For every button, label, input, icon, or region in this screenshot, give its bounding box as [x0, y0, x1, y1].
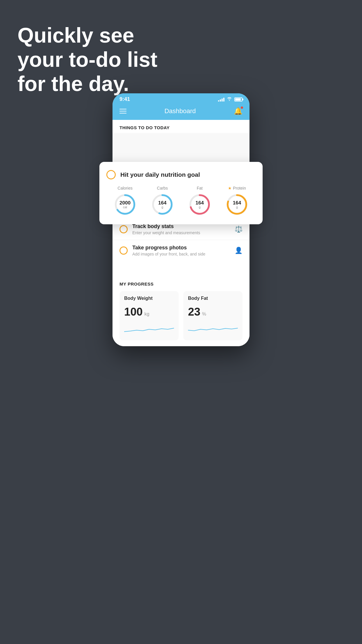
carbs-unit: g [158, 205, 166, 209]
things-to-do-header: THINGS TO DO TODAY [113, 120, 249, 133]
phone-content: THINGS TO DO TODAY Running Track your st… [113, 120, 249, 346]
progress-header: MY PROGRESS [120, 281, 242, 286]
protein-unit: g [233, 205, 241, 209]
task-item-photos[interactable]: Take progress photos Add images of your … [113, 240, 249, 261]
protein-label: ★ Protein [228, 186, 246, 190]
spacing [113, 261, 249, 276]
notification-dot [241, 106, 243, 109]
task-subtitle-body-stats: Enter your weight and measurements [132, 230, 230, 235]
battery-icon [234, 97, 242, 102]
body-weight-number: 100 [124, 306, 143, 318]
body-weight-title: Body Weight [124, 296, 174, 301]
task-text-body-stats: Track body stats Enter your weight and m… [132, 223, 230, 235]
nutrition-card: Hit your daily nutrition goal Calories 2… [99, 162, 263, 224]
fat-stat: Fat 164 g [188, 186, 211, 216]
task-subtitle-photos: Add images of your front, back, and side [132, 252, 230, 256]
fat-label: Fat [197, 186, 203, 190]
carbs-stat: Carbs 164 g [151, 186, 174, 216]
signal-icon [218, 97, 224, 102]
task-title-body-stats: Track body stats [132, 223, 230, 230]
fat-unit: g [196, 205, 204, 209]
body-weight-unit: kg [144, 312, 149, 317]
body-fat-unit: % [202, 312, 206, 317]
nav-bar: Dashboard 🔔 [113, 104, 249, 120]
task-title-photos: Take progress photos [132, 245, 230, 251]
fat-circle: 164 g [188, 193, 211, 216]
calories-stat: Calories 2000 cal [113, 186, 137, 216]
calories-label: Calories [117, 186, 132, 190]
nutrition-card-header: Hit your daily nutrition goal [106, 170, 256, 179]
body-fat-number: 23 [188, 306, 200, 318]
photo-icon: 👤 [235, 247, 242, 254]
wifi-icon [227, 97, 232, 102]
calories-unit: cal [120, 205, 131, 209]
nav-title: Dashboard [164, 107, 196, 115]
status-bar: 9:41 [113, 93, 249, 104]
hamburger-menu[interactable] [120, 109, 126, 113]
body-fat-value: 23 % [188, 306, 238, 318]
body-fat-title: Body Fat [188, 296, 238, 301]
carbs-value: 164 [158, 200, 166, 205]
progress-cards: Body Weight 100 kg Body Fat 23 % [120, 291, 242, 340]
protein-circle: 164 g [225, 193, 249, 216]
protein-stat: ★ Protein 164 g [225, 186, 249, 216]
notification-bell-icon[interactable]: 🔔 [234, 107, 242, 115]
calories-value: 2000 [120, 200, 131, 205]
hero-text: Quickly see your to-do list for the day. [17, 23, 157, 96]
progress-section: MY PROGRESS Body Weight 100 kg Body Fat [113, 276, 249, 346]
task-checkbox-photos[interactable] [120, 246, 128, 255]
calories-circle: 2000 cal [113, 193, 137, 216]
body-fat-chart [188, 323, 238, 335]
nutrition-stats: Calories 2000 cal Carbs [106, 186, 256, 216]
body-weight-card[interactable]: Body Weight 100 kg [120, 291, 179, 340]
carbs-circle: 164 g [151, 193, 174, 216]
scale-icon: ⚖️ [235, 225, 242, 233]
body-weight-chart [124, 323, 174, 335]
status-icons [218, 97, 242, 102]
nutrition-checkbox[interactable] [106, 170, 116, 179]
star-icon: ★ [228, 186, 232, 190]
task-checkbox-body-stats[interactable] [120, 225, 128, 233]
time-display: 9:41 [120, 96, 130, 102]
carbs-label: Carbs [157, 186, 168, 190]
fat-value: 164 [196, 200, 204, 205]
nutrition-card-title: Hit your daily nutrition goal [120, 171, 200, 178]
protein-value: 164 [233, 200, 241, 205]
body-fat-card[interactable]: Body Fat 23 % [183, 291, 242, 340]
body-weight-value: 100 kg [124, 306, 174, 318]
task-text-photos: Take progress photos Add images of your … [132, 245, 230, 256]
